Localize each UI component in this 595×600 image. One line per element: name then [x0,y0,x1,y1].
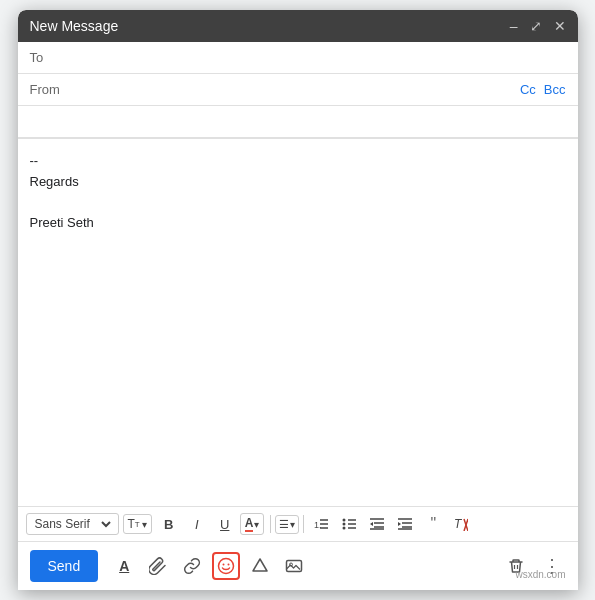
emoji-icon [217,557,235,575]
text-color-chevron: ▾ [254,519,259,530]
svg-marker-19 [398,522,401,526]
font-size-icon: T [128,517,135,531]
attach-button[interactable] [144,552,172,580]
svg-marker-14 [370,522,373,526]
emoji-button[interactable] [212,552,240,580]
underline-button[interactable]: U [212,511,238,537]
increase-indent-icon [398,517,412,531]
remove-format-button[interactable]: T [448,511,474,537]
bcc-button[interactable]: Bcc [544,82,566,97]
body-text[interactable]: --RegardsPreeti Seth [30,151,566,494]
from-row: From Cc Bcc [18,74,578,106]
italic-button[interactable]: I [184,511,210,537]
svg-point-23 [219,559,234,574]
svg-point-4 [343,519,346,522]
drive-icon [251,557,269,575]
action-icons: A [110,552,501,580]
align-icon: ☰ [279,518,289,531]
cc-bcc-controls: Cc Bcc [520,82,566,97]
increase-indent-button[interactable] [392,511,418,537]
link-icon [183,557,201,575]
svg-point-25 [228,564,230,566]
bullet-list-button[interactable] [336,511,362,537]
link-button[interactable] [178,552,206,580]
formatting-toolbar: Sans Serif Serif Monospace TT ▾ B I U A … [18,506,578,541]
numbered-list-button[interactable]: 1. [308,511,334,537]
font-size-chevron: ▾ [142,519,147,530]
format-text-button[interactable]: A [110,552,138,580]
attach-icon [149,557,167,575]
decrease-indent-icon [370,517,384,531]
align-button[interactable]: ☰ ▾ [275,515,299,534]
photo-icon [285,557,303,575]
drive-button[interactable] [246,552,274,580]
body-area[interactable]: --RegardsPreeti Seth [18,139,578,506]
window-title: New Message [30,18,119,34]
to-input[interactable] [80,50,566,65]
bullet-list-icon [342,517,356,531]
decrease-indent-button[interactable] [364,511,390,537]
font-family-select[interactable]: Sans Serif Serif Monospace [26,513,119,535]
watermark: wsxdn.com [515,569,565,580]
minimize-button[interactable]: – [510,19,518,33]
remove-format-icon: T [454,517,468,531]
numbered-list-icon: 1. [314,517,328,531]
quote-button[interactable]: " [420,511,446,537]
svg-marker-26 [253,559,267,571]
cc-button[interactable]: Cc [520,82,536,97]
font-size-sub-icon: T [135,520,140,529]
svg-point-5 [343,523,346,526]
to-row: To [18,42,578,74]
font-family-dropdown[interactable]: Sans Serif Serif Monospace [31,516,114,532]
action-bar: Send A [18,541,578,590]
subject-input[interactable] [30,114,566,129]
from-label: From [30,82,80,97]
window-controls: – ⤢ ✕ [510,19,566,33]
text-color-button[interactable]: A ▾ [240,513,265,535]
font-size-button[interactable]: TT ▾ [123,514,152,534]
title-bar: New Message – ⤢ ✕ [18,10,578,42]
align-chevron: ▾ [290,519,295,530]
svg-point-6 [343,527,346,530]
bold-button[interactable]: B [156,511,182,537]
compose-window: New Message – ⤢ ✕ To From Cc Bcc --Regar… [18,10,578,590]
subject-row [18,106,578,139]
photo-button[interactable] [280,552,308,580]
send-button[interactable]: Send [30,550,99,582]
separator-2 [303,515,304,533]
to-label: To [30,50,80,65]
svg-point-24 [223,564,225,566]
expand-button[interactable]: ⤢ [530,19,542,33]
text-color-label: A [245,516,254,532]
close-button[interactable]: ✕ [554,19,566,33]
svg-text:T: T [454,517,463,531]
separator-1 [270,515,271,533]
